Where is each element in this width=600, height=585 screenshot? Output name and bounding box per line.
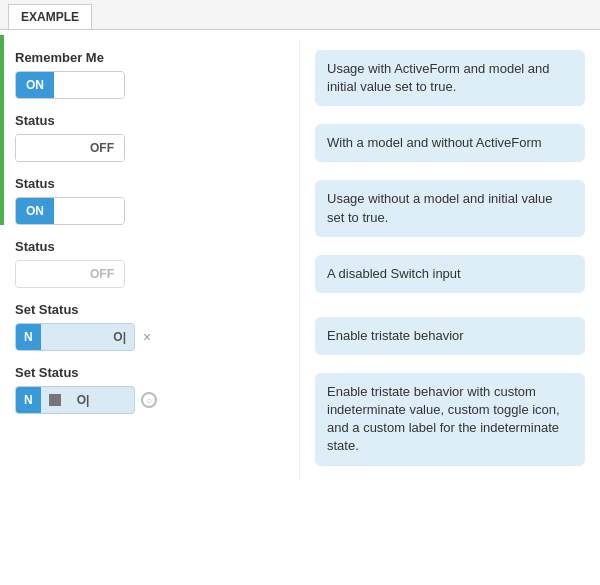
tristate-switch-1[interactable]: N O| — [15, 323, 135, 351]
info-box-1: Usage with ActiveForm and model and init… — [315, 50, 585, 106]
row-set-status-2: Set Status N O| ○ — [15, 365, 284, 414]
label-set-status-2: Set Status — [15, 365, 284, 380]
right-panel: Usage with ActiveForm and model and init… — [300, 40, 600, 480]
info-row-2: With a model and without ActiveForm — [315, 118, 585, 168]
label-status-3: Status — [15, 239, 284, 254]
tristate-n-label-2[interactable]: N — [16, 387, 41, 413]
tristate-switch-2[interactable]: N O| — [15, 386, 135, 414]
tristate-n-label[interactable]: N — [16, 324, 41, 350]
switch-status-2[interactable]: ON — [15, 197, 125, 225]
switch-on-label-2[interactable]: ON — [16, 198, 54, 224]
info-row-1: Usage with ActiveForm and model and init… — [315, 50, 585, 106]
info-box-4: A disabled Switch input — [315, 255, 585, 293]
info-row-3: Usage without a model and initial value … — [315, 180, 585, 236]
switch-track — [54, 72, 124, 98]
example-tab[interactable]: EXAMPLE — [8, 4, 92, 29]
switch-track-2 — [16, 135, 80, 161]
left-panel: Remember Me ON Status OFF Status ON — [0, 40, 300, 480]
tristate-o-label[interactable]: O| — [105, 324, 134, 350]
switch-track-3 — [54, 198, 124, 224]
tab-bar: EXAMPLE — [0, 0, 600, 30]
row-set-status-1: Set Status N O| × — [15, 302, 284, 351]
tristate-simple-wrapper: N O| × — [15, 323, 284, 351]
tristate-indeterminate[interactable] — [41, 387, 69, 413]
info-box-5: Enable tristate behavior — [315, 317, 585, 355]
label-remember-me: Remember Me — [15, 50, 284, 65]
tristate-clear-button[interactable]: × — [139, 329, 155, 345]
tristate-square-icon — [49, 394, 61, 406]
label-status-2: Status — [15, 176, 284, 191]
info-box-2: With a model and without ActiveForm — [315, 124, 585, 162]
info-row-6: Enable tristate behavior with custom ind… — [315, 373, 585, 466]
tristate-circle-clear[interactable]: ○ — [141, 392, 157, 408]
main-content: Remember Me ON Status OFF Status ON — [0, 30, 600, 490]
row-status-3: Status OFF — [15, 239, 284, 288]
info-row-4: A disabled Switch input — [315, 249, 585, 299]
label-status-1: Status — [15, 113, 284, 128]
row-status-1: Status OFF — [15, 113, 284, 162]
label-set-status-1: Set Status — [15, 302, 284, 317]
switch-remember-me[interactable]: ON — [15, 71, 125, 99]
tristate-o-label-2[interactable]: O| — [69, 387, 98, 413]
row-remember-me: Remember Me ON — [15, 50, 284, 99]
info-row-5: Enable tristate behavior — [315, 311, 585, 361]
page-wrapper: EXAMPLE Remember Me ON Status OFF — [0, 0, 600, 490]
switch-off-label-2: OFF — [80, 261, 124, 287]
left-accent-bar — [0, 35, 4, 225]
info-box-3: Usage without a model and initial value … — [315, 180, 585, 236]
tristate-custom-wrapper: N O| ○ — [15, 386, 284, 414]
switch-on-label[interactable]: ON — [16, 72, 54, 98]
switch-off-label-1[interactable]: OFF — [80, 135, 124, 161]
row-status-2: Status ON — [15, 176, 284, 225]
switch-track-4 — [16, 261, 80, 287]
switch-status-3: OFF — [15, 260, 125, 288]
switch-status-1[interactable]: OFF — [15, 134, 125, 162]
circle-clear-icon[interactable]: ○ — [141, 392, 157, 408]
tristate-track — [41, 324, 106, 350]
info-box-6: Enable tristate behavior with custom ind… — [315, 373, 585, 466]
